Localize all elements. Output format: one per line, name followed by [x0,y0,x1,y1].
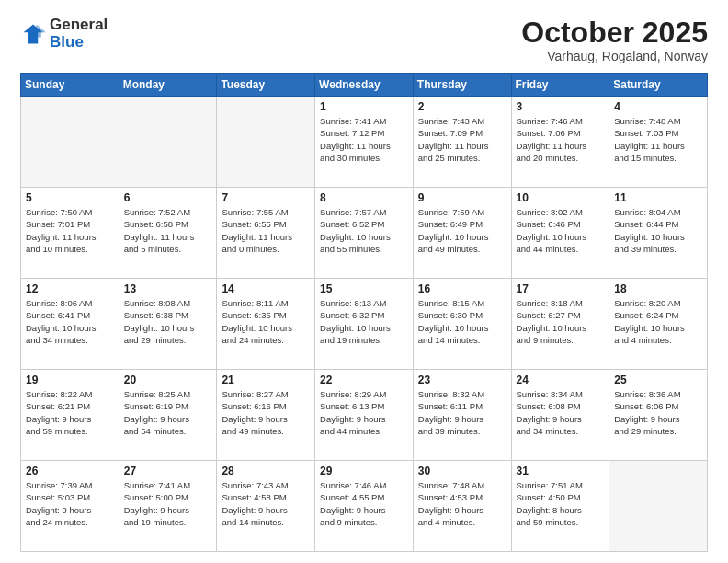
logo-icon [20,21,46,47]
title-block: October 2025 Varhaug, Rogaland, Norway [521,17,708,63]
day-cell-4-5: 31Sunrise: 7:51 AM Sunset: 4:50 PM Dayli… [511,461,609,552]
day-number-13: 13 [124,282,212,295]
day-cell-4-1: 27Sunrise: 7:41 AM Sunset: 5:00 PM Dayli… [119,461,217,552]
day-number-10: 10 [517,191,605,204]
day-cell-4-4: 30Sunrise: 7:48 AM Sunset: 4:53 PM Dayli… [413,461,511,552]
day-number-17: 17 [517,282,605,295]
day-info-31: Sunrise: 7:51 AM Sunset: 4:50 PM Dayligh… [517,479,605,528]
day-cell-0-3: 1Sunrise: 7:41 AM Sunset: 7:12 PM Daylig… [315,97,414,188]
day-info-5: Sunrise: 7:50 AM Sunset: 7:01 PM Dayligh… [26,206,114,255]
day-info-18: Sunrise: 8:20 AM Sunset: 6:24 PM Dayligh… [614,297,702,346]
header-saturday: Saturday [609,74,708,97]
day-cell-2-4: 16Sunrise: 8:15 AM Sunset: 6:30 PM Dayli… [413,279,511,370]
day-number-5: 5 [26,191,114,204]
day-cell-1-0: 5Sunrise: 7:50 AM Sunset: 7:01 PM Daylig… [21,188,119,279]
weekday-header-row: Sunday Monday Tuesday Wednesday Thursday… [21,74,708,97]
page: General Blue October 2025 Varhaug, Rogal… [0,0,728,563]
day-info-13: Sunrise: 8:08 AM Sunset: 6:38 PM Dayligh… [124,297,212,346]
day-cell-3-0: 19Sunrise: 8:22 AM Sunset: 6:21 PM Dayli… [21,370,119,461]
day-cell-4-0: 26Sunrise: 7:39 AM Sunset: 5:03 PM Dayli… [21,461,119,552]
day-cell-1-2: 7Sunrise: 7:55 AM Sunset: 6:55 PM Daylig… [217,188,315,279]
day-cell-2-0: 12Sunrise: 8:06 AM Sunset: 6:41 PM Dayli… [21,279,119,370]
day-cell-3-3: 22Sunrise: 8:29 AM Sunset: 6:13 PM Dayli… [315,370,414,461]
day-info-22: Sunrise: 8:29 AM Sunset: 6:13 PM Dayligh… [320,388,408,437]
week-row-3: 12Sunrise: 8:06 AM Sunset: 6:41 PM Dayli… [21,279,708,370]
day-cell-4-2: 28Sunrise: 7:43 AM Sunset: 4:58 PM Dayli… [217,461,315,552]
day-number-9: 9 [418,191,506,204]
week-row-5: 26Sunrise: 7:39 AM Sunset: 5:03 PM Dayli… [21,461,708,552]
day-info-15: Sunrise: 8:13 AM Sunset: 6:32 PM Dayligh… [320,297,408,346]
logo-blue-text: Blue [50,34,108,52]
header-monday: Monday [119,74,217,97]
header-sunday: Sunday [21,74,119,97]
day-cell-3-4: 23Sunrise: 8:32 AM Sunset: 6:11 PM Dayli… [413,370,511,461]
logo-text: General Blue [50,17,108,51]
day-cell-1-5: 10Sunrise: 8:02 AM Sunset: 6:46 PM Dayli… [511,188,609,279]
day-cell-0-6: 4Sunrise: 7:48 AM Sunset: 7:03 PM Daylig… [609,97,708,188]
logo-general-text: General [50,17,108,34]
day-info-11: Sunrise: 8:04 AM Sunset: 6:44 PM Dayligh… [614,206,702,255]
day-number-28: 28 [222,465,310,477]
day-cell-3-5: 24Sunrise: 8:34 AM Sunset: 6:08 PM Dayli… [511,370,609,461]
day-number-27: 27 [124,465,212,477]
day-number-21: 21 [222,373,310,386]
day-cell-0-2 [217,97,315,188]
location-subtitle: Varhaug, Rogaland, Norway [521,49,708,63]
week-row-4: 19Sunrise: 8:22 AM Sunset: 6:21 PM Dayli… [21,370,708,461]
day-number-8: 8 [320,191,408,204]
day-number-14: 14 [222,282,310,295]
week-row-1: 1Sunrise: 7:41 AM Sunset: 7:12 PM Daylig… [21,97,708,188]
day-cell-2-3: 15Sunrise: 8:13 AM Sunset: 6:32 PM Dayli… [315,279,414,370]
svg-marker-1 [37,24,47,37]
day-cell-4-3: 29Sunrise: 7:46 AM Sunset: 4:55 PM Dayli… [315,461,414,552]
day-number-7: 7 [222,191,310,204]
day-info-20: Sunrise: 8:25 AM Sunset: 6:19 PM Dayligh… [124,388,212,437]
day-info-25: Sunrise: 8:36 AM Sunset: 6:06 PM Dayligh… [614,388,702,437]
day-number-31: 31 [517,465,605,477]
day-info-12: Sunrise: 8:06 AM Sunset: 6:41 PM Dayligh… [26,297,114,346]
day-cell-3-2: 21Sunrise: 8:27 AM Sunset: 6:16 PM Dayli… [217,370,315,461]
day-info-10: Sunrise: 8:02 AM Sunset: 6:46 PM Dayligh… [517,206,605,255]
day-info-9: Sunrise: 7:59 AM Sunset: 6:49 PM Dayligh… [418,206,506,255]
day-number-2: 2 [418,100,506,113]
day-number-12: 12 [26,282,114,295]
day-number-25: 25 [614,373,702,386]
day-cell-3-6: 25Sunrise: 8:36 AM Sunset: 6:06 PM Dayli… [609,370,708,461]
day-info-30: Sunrise: 7:48 AM Sunset: 4:53 PM Dayligh… [418,479,506,528]
day-number-11: 11 [614,191,702,204]
day-cell-1-3: 8Sunrise: 7:57 AM Sunset: 6:52 PM Daylig… [315,188,414,279]
week-row-2: 5Sunrise: 7:50 AM Sunset: 7:01 PM Daylig… [21,188,708,279]
day-info-4: Sunrise: 7:48 AM Sunset: 7:03 PM Dayligh… [614,115,702,164]
header-friday: Friday [511,74,609,97]
day-number-23: 23 [418,373,506,386]
day-number-20: 20 [124,373,212,386]
logo: General Blue [20,17,108,51]
day-number-30: 30 [418,465,506,477]
header-tuesday: Tuesday [217,74,315,97]
day-cell-1-6: 11Sunrise: 8:04 AM Sunset: 6:44 PM Dayli… [609,188,708,279]
day-info-28: Sunrise: 7:43 AM Sunset: 4:58 PM Dayligh… [222,479,310,528]
day-number-26: 26 [26,465,114,477]
day-number-1: 1 [320,100,408,113]
day-info-17: Sunrise: 8:18 AM Sunset: 6:27 PM Dayligh… [517,297,605,346]
day-number-19: 19 [26,373,114,386]
day-info-23: Sunrise: 8:32 AM Sunset: 6:11 PM Dayligh… [418,388,506,437]
day-info-29: Sunrise: 7:46 AM Sunset: 4:55 PM Dayligh… [320,479,408,528]
day-cell-2-1: 13Sunrise: 8:08 AM Sunset: 6:38 PM Dayli… [119,279,217,370]
day-cell-0-5: 3Sunrise: 7:46 AM Sunset: 7:06 PM Daylig… [511,97,609,188]
day-cell-1-1: 6Sunrise: 7:52 AM Sunset: 6:58 PM Daylig… [119,188,217,279]
day-cell-2-5: 17Sunrise: 8:18 AM Sunset: 6:27 PM Dayli… [511,279,609,370]
day-info-3: Sunrise: 7:46 AM Sunset: 7:06 PM Dayligh… [517,115,605,164]
day-info-2: Sunrise: 7:43 AM Sunset: 7:09 PM Dayligh… [418,115,506,164]
day-number-22: 22 [320,373,408,386]
day-info-27: Sunrise: 7:41 AM Sunset: 5:00 PM Dayligh… [124,479,212,528]
day-number-18: 18 [614,282,702,295]
day-info-8: Sunrise: 7:57 AM Sunset: 6:52 PM Dayligh… [320,206,408,255]
day-cell-4-6 [609,461,708,552]
day-info-24: Sunrise: 8:34 AM Sunset: 6:08 PM Dayligh… [517,388,605,437]
day-number-15: 15 [320,282,408,295]
day-cell-2-2: 14Sunrise: 8:11 AM Sunset: 6:35 PM Dayli… [217,279,315,370]
calendar-table: Sunday Monday Tuesday Wednesday Thursday… [20,73,708,552]
day-cell-0-1 [119,97,217,188]
header-wednesday: Wednesday [315,74,414,97]
